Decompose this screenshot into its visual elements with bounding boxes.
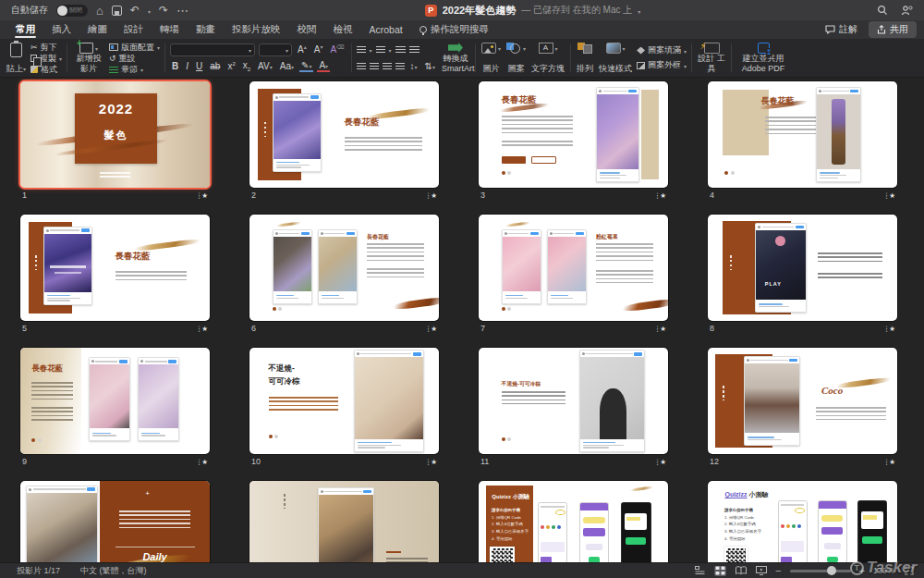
zoom-out-button[interactable]: −: [775, 565, 781, 576]
layout-chevron-icon[interactable]: [157, 43, 160, 52]
underline-button[interactable]: U: [194, 62, 204, 71]
slide-thumbnail-2[interactable]: 長春花藍: [249, 81, 439, 188]
line-spacing-button[interactable]: ↕: [408, 62, 419, 71]
zoom-slider-knob[interactable]: [827, 566, 836, 575]
slide-sorter-canvas[interactable]: 2022 髮色 1 長春花藍: [0, 78, 924, 562]
clear-formatting-button[interactable]: A⌫: [328, 44, 346, 55]
increase-indent-icon[interactable]: [409, 46, 419, 54]
numbering-icon[interactable]: [376, 46, 385, 54]
zoom-slider[interactable]: [790, 570, 851, 572]
comments-button[interactable]: 註解: [818, 21, 865, 38]
shapes-button[interactable]: 圖案: [504, 41, 529, 75]
decrease-font-button[interactable]: A▾: [312, 44, 325, 55]
slide-sorter-view-icon[interactable]: [714, 566, 726, 576]
undo-chevron-icon[interactable]: [148, 5, 151, 16]
textbox-button[interactable]: A 文字方塊: [529, 41, 567, 75]
slide-thumbnail-15[interactable]: Quizizz 小測驗 請拿出你的手機 1. 掃描QR Code 2. 輸入6位…: [479, 481, 668, 562]
reset-button[interactable]: 重設: [107, 53, 162, 64]
highlight-color-button[interactable]: ✎: [299, 61, 313, 72]
shape-fill-chevron-icon[interactable]: [684, 46, 687, 55]
text-direction-button[interactable]: ⇅: [423, 62, 437, 71]
share-button[interactable]: 共用: [869, 21, 917, 38]
section-chevron-icon[interactable]: [140, 65, 143, 74]
font-size-select[interactable]: [259, 43, 292, 56]
tab-acrobat[interactable]: Acrobat: [361, 20, 411, 39]
shape-outline-chevron-icon[interactable]: [684, 61, 687, 70]
tab-home[interactable]: 常用: [7, 20, 43, 39]
convert-smartart-button[interactable]: 轉換成 SmartArt: [439, 41, 472, 75]
slide-thumbnail-6[interactable]: 長春花藍: [249, 215, 439, 321]
bullets-icon[interactable]: [357, 46, 366, 54]
tab-design[interactable]: 設計: [116, 20, 152, 39]
font-color-button[interactable]: A: [317, 61, 330, 72]
copy-button[interactable]: 複製: [29, 53, 64, 64]
tab-insert[interactable]: 插入: [43, 20, 79, 39]
increase-font-button[interactable]: A▴: [296, 44, 309, 55]
slide-thumbnail-14[interactable]: [249, 481, 439, 562]
align-left-icon[interactable]: [357, 63, 366, 70]
slide-thumbnail-4[interactable]: 長春花藍: [708, 81, 897, 188]
cut-button[interactable]: 剪下: [29, 42, 64, 53]
new-slide-chevron-icon[interactable]: [95, 43, 98, 53]
paste-chevron-icon[interactable]: [23, 64, 26, 73]
new-slide-button[interactable]: 新增投影片: [70, 41, 107, 75]
picture-chevron-icon[interactable]: [498, 43, 501, 53]
subscript-button[interactable]: x2: [241, 61, 252, 72]
document-save-status[interactable]: — 已儲存到 在我的 Mac 上: [521, 4, 632, 17]
more-commands-icon[interactable]: [176, 5, 188, 17]
align-right-icon[interactable]: [383, 63, 392, 70]
redo-icon[interactable]: [159, 5, 168, 16]
arrange-button[interactable]: 排列: [574, 41, 596, 75]
slide-thumbnail-11[interactable]: 不退燒-可可冷棕: [479, 348, 668, 454]
reading-view-icon[interactable]: [735, 566, 747, 576]
slide-thumbnail-5[interactable]: 長春花藍: [20, 215, 210, 321]
slide-thumbnail-10[interactable]: 不退燒- 可可冷棕: [249, 348, 439, 454]
align-center-icon[interactable]: [370, 63, 379, 70]
slide-thumbnail-12[interactable]: Coco: [708, 348, 897, 454]
tab-tell-me[interactable]: 操作說明搜尋: [411, 20, 497, 39]
slide-thumbnail-7[interactable]: 粉紅莓果: [479, 215, 668, 321]
tab-transitions[interactable]: 轉場: [152, 20, 188, 39]
quick-styles-chevron-icon[interactable]: [623, 43, 626, 53]
tab-review[interactable]: 校閱: [289, 20, 325, 39]
shapes-chevron-icon[interactable]: [523, 43, 526, 53]
bold-button[interactable]: B: [170, 62, 180, 71]
slide-thumbnail-13[interactable]: + Daily: [20, 481, 210, 562]
design-ideas-button[interactable]: 設計 工具: [695, 41, 728, 75]
change-case-button[interactable]: Aa: [278, 62, 296, 71]
layout-button[interactable]: 版面配置: [107, 42, 162, 53]
slide-thumbnail-8[interactable]: PLAY: [708, 215, 897, 321]
superscript-button[interactable]: x2: [225, 61, 237, 71]
slide-thumbnail-1[interactable]: 2022 髮色: [20, 81, 210, 188]
italic-button[interactable]: I: [184, 62, 190, 71]
shape-fill-button[interactable]: 圖案填滿: [635, 45, 688, 56]
search-icon[interactable]: [877, 5, 888, 16]
title-chevron-icon[interactable]: [638, 5, 640, 16]
language-indicator[interactable]: 中文 (繁體，台灣): [80, 565, 147, 577]
justify-icon[interactable]: [395, 63, 405, 70]
tab-view[interactable]: 檢視: [325, 20, 361, 39]
decrease-indent-icon[interactable]: [395, 46, 406, 54]
shape-outline-button[interactable]: 圖案外框: [635, 60, 688, 71]
numbering-chevron-icon[interactable]: [389, 45, 392, 55]
tab-animations[interactable]: 動畫: [188, 20, 224, 39]
autosave-toggle[interactable]: 關閉: [56, 5, 88, 17]
paste-button[interactable]: 貼上: [4, 41, 29, 75]
slide-thumbnail-9[interactable]: 長春花藍: [20, 348, 210, 454]
bullets-chevron-icon[interactable]: [370, 45, 372, 55]
character-spacing-button[interactable]: AV: [256, 62, 274, 71]
section-button[interactable]: 章節: [107, 64, 162, 75]
font-name-select[interactable]: [170, 43, 255, 56]
save-icon[interactable]: [112, 6, 122, 16]
tab-slideshow[interactable]: 投影片放映: [224, 20, 289, 39]
tab-draw[interactable]: 繪圖: [79, 20, 116, 39]
presence-share-icon[interactable]: [901, 5, 913, 16]
slide-thumbnail-3[interactable]: 長春花藍: [479, 81, 668, 188]
quick-styles-button[interactable]: 快速樣式: [596, 41, 635, 75]
normal-view-icon[interactable]: [694, 566, 706, 576]
undo-icon[interactable]: [130, 5, 140, 16]
textbox-chevron-icon[interactable]: [555, 43, 558, 53]
home-icon[interactable]: [96, 5, 103, 17]
copy-chevron-icon[interactable]: [59, 54, 62, 63]
slideshow-view-icon[interactable]: [755, 566, 767, 576]
